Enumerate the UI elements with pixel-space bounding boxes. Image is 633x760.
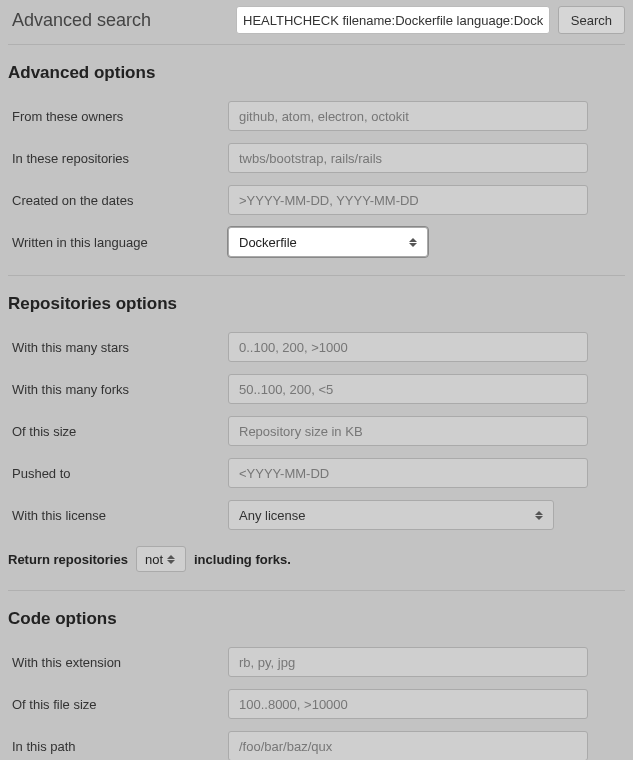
search-button[interactable]: Search xyxy=(558,6,625,34)
row-file-size: Of this file size xyxy=(0,683,633,725)
repo-size-label: Of this size xyxy=(8,424,228,439)
pushed-input[interactable] xyxy=(228,458,588,488)
forks-label: With this many forks xyxy=(8,382,228,397)
stars-input[interactable] xyxy=(228,332,588,362)
updown-caret-icon xyxy=(409,235,419,249)
advanced-search-header: Advanced search Search xyxy=(0,0,633,44)
license-select[interactable]: Any license xyxy=(228,500,554,530)
row-fork-filter: Return repositories not including forks. xyxy=(0,536,633,590)
row-created-dates: Created on the dates xyxy=(0,179,633,221)
row-owners: From these owners xyxy=(0,95,633,137)
fork-prefix-label: Return repositories xyxy=(8,552,128,567)
section-title-code-options: Code options xyxy=(0,591,633,641)
row-path: In this path xyxy=(0,725,633,760)
fork-select-value: not xyxy=(145,552,163,567)
updown-caret-icon xyxy=(535,508,545,522)
owners-label: From these owners xyxy=(8,109,228,124)
file-size-input[interactable] xyxy=(228,689,588,719)
file-size-label: Of this file size xyxy=(8,697,228,712)
extension-input[interactable] xyxy=(228,647,588,677)
row-language: Written in this language Dockerfile xyxy=(0,221,633,263)
row-repo-size: Of this size xyxy=(0,410,633,452)
row-forks: With this many forks xyxy=(0,368,633,410)
search-query-input[interactable] xyxy=(236,6,550,34)
path-label: In this path xyxy=(8,739,228,754)
language-select[interactable]: Dockerfile xyxy=(228,227,428,257)
license-label: With this license xyxy=(8,508,228,523)
repositories-label: In these repositories xyxy=(8,151,228,166)
advanced-search-label: Advanced search xyxy=(8,10,228,31)
row-repositories: In these repositories xyxy=(0,137,633,179)
extension-label: With this extension xyxy=(8,655,228,670)
owners-input[interactable] xyxy=(228,101,588,131)
pushed-label: Pushed to xyxy=(8,466,228,481)
section-title-repositories-options: Repositories options xyxy=(0,276,633,326)
fork-select[interactable]: not xyxy=(136,546,186,572)
row-extension: With this extension xyxy=(0,641,633,683)
fork-suffix-label: including forks. xyxy=(194,552,291,567)
repositories-input[interactable] xyxy=(228,143,588,173)
row-license: With this license Any license xyxy=(0,494,633,536)
updown-caret-icon xyxy=(167,552,177,566)
language-label: Written in this language xyxy=(8,235,228,250)
row-pushed: Pushed to xyxy=(0,452,633,494)
stars-label: With this many stars xyxy=(8,340,228,355)
license-select-value: Any license xyxy=(239,508,305,523)
section-title-advanced-options: Advanced options xyxy=(0,45,633,95)
created-dates-label: Created on the dates xyxy=(8,193,228,208)
repo-size-input[interactable] xyxy=(228,416,588,446)
created-dates-input[interactable] xyxy=(228,185,588,215)
forks-input[interactable] xyxy=(228,374,588,404)
row-stars: With this many stars xyxy=(0,326,633,368)
language-select-value: Dockerfile xyxy=(239,235,297,250)
path-input[interactable] xyxy=(228,731,588,760)
